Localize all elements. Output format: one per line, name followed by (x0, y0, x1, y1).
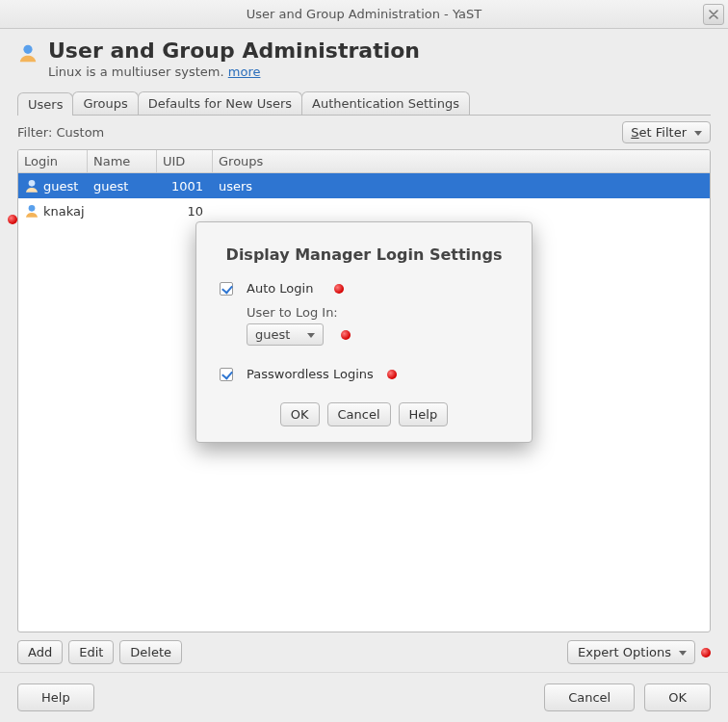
delete-button[interactable]: Delete (119, 640, 182, 664)
dialog-title: Display Manager Login Settings (220, 245, 508, 264)
module-user-icon (17, 42, 39, 64)
filter-label: Filter: Custom (17, 125, 104, 140)
dialog-cancel-button[interactable]: Cancel (327, 402, 391, 426)
cell-login: guest (43, 179, 78, 193)
add-button[interactable]: Add (17, 640, 63, 664)
set-filter-button[interactable]: Set Filter (622, 121, 711, 143)
window-title: User and Group Administration - YaST (247, 7, 481, 21)
svg-point-1 (29, 180, 36, 187)
tab-defaults[interactable]: Defaults for New Users (138, 91, 302, 115)
annotation-marker (341, 330, 351, 340)
table-row[interactable]: guest guest 1001 users (18, 173, 710, 198)
page-subtitle: Linux is a multiuser system. more (48, 64, 420, 79)
col-header-groups[interactable]: Groups (213, 150, 710, 172)
cell-groups: users (213, 179, 710, 193)
tab-groups[interactable]: Groups (72, 91, 138, 115)
edit-button[interactable]: Edit (68, 640, 114, 664)
cancel-button[interactable]: Cancel (544, 683, 635, 711)
cell-uid: 1001 (157, 179, 213, 193)
tab-users[interactable]: Users (17, 92, 73, 116)
annotation-marker (334, 284, 344, 294)
table-row[interactable]: knakaj 10 (18, 198, 710, 223)
user-row-icon (24, 203, 39, 219)
svg-point-2 (29, 205, 36, 212)
dialog-help-button[interactable]: Help (399, 402, 449, 426)
dialog-ok-button[interactable]: OK (280, 402, 320, 426)
cell-name: guest (88, 179, 157, 193)
annotation-marker (701, 648, 711, 658)
login-settings-dialog: Display Manager Login Settings Auto Logi… (195, 221, 533, 443)
annotation-marker (387, 370, 397, 379)
user-to-login-select[interactable]: guest (247, 323, 324, 346)
user-row-icon (24, 178, 39, 193)
tabbar: Users Groups Defaults for New Users Auth… (17, 89, 711, 116)
ok-button[interactable]: OK (644, 683, 711, 711)
more-link[interactable]: more (228, 64, 261, 79)
col-header-login[interactable]: Login (18, 150, 88, 172)
window-titlebar: User and Group Administration - YaST (0, 0, 728, 29)
passwordless-label: Passwordless Logins (247, 367, 374, 381)
auto-login-checkbox[interactable] (220, 282, 233, 296)
auto-login-label: Auto Login (247, 281, 313, 296)
col-header-name[interactable]: Name (88, 150, 157, 172)
close-icon (709, 10, 718, 19)
tab-auth-settings[interactable]: Authentication Settings (301, 91, 470, 115)
cell-login: knakaj (43, 204, 85, 219)
svg-point-0 (23, 45, 32, 54)
annotation-marker (8, 215, 17, 224)
cell-uid: 10 (157, 204, 213, 219)
expert-options-button[interactable]: Expert Options (567, 640, 695, 664)
window-close-button[interactable] (703, 4, 724, 25)
col-header-uid[interactable]: UID (157, 150, 213, 172)
passwordless-checkbox[interactable] (220, 368, 233, 381)
page-title: User and Group Administration (48, 39, 420, 63)
user-to-login-label: User to Log In: (247, 305, 508, 320)
help-button[interactable]: Help (17, 683, 94, 711)
